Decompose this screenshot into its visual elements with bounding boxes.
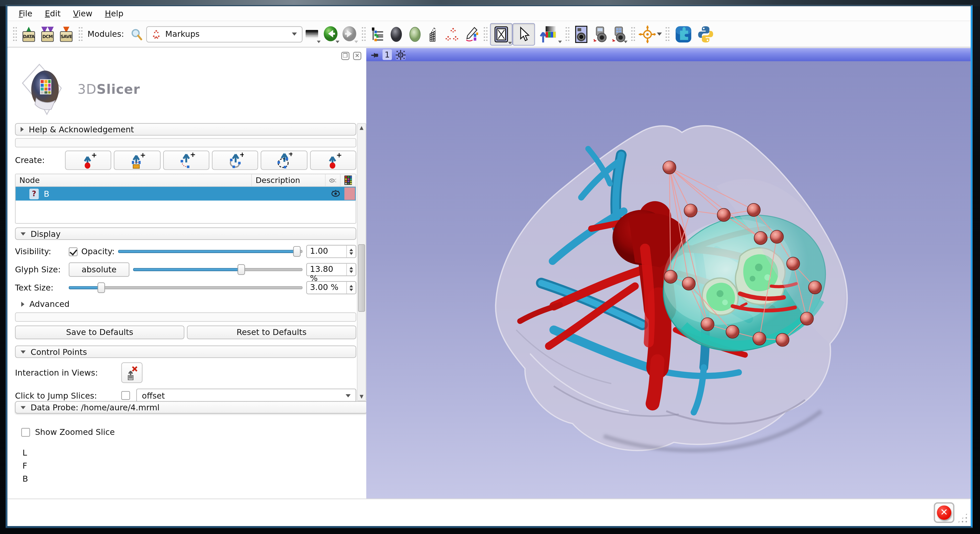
jump-mode-combobox[interactable]: offset: [136, 389, 356, 402]
text-size-slider[interactable]: [69, 282, 303, 293]
subject-hierarchy-button[interactable]: [368, 24, 387, 44]
markup-control-point[interactable]: [808, 281, 821, 294]
toolbar-grip[interactable]: [565, 26, 570, 42]
markup-control-point[interactable]: [786, 257, 800, 270]
text-size-spinbox[interactable]: 3.00 %: [306, 281, 356, 294]
jump-slices-checkbox[interactable]: [121, 391, 130, 400]
glyph-size-mode-button[interactable]: absolute: [69, 262, 129, 277]
load-data-button[interactable]: ▲DATA: [19, 24, 38, 44]
extensions-manager-button[interactable]: [672, 24, 695, 44]
panel-scrollbar[interactable]: ▲ ▼: [357, 123, 366, 401]
spin-arrows-icon[interactable]: [346, 282, 356, 294]
slider-handle[interactable]: [98, 282, 105, 293]
spin-arrows-icon[interactable]: [346, 264, 356, 275]
toolbar-grip[interactable]: [631, 26, 635, 42]
markups-toolbar-button[interactable]: [444, 24, 462, 44]
volume-rendering-button[interactable]: [387, 24, 406, 44]
column-color[interactable]: [341, 174, 356, 186]
markup-control-point[interactable]: [684, 204, 697, 217]
markup-control-point[interactable]: [717, 208, 730, 221]
create-closed-curve-button[interactable]: +: [261, 151, 307, 170]
markup-control-point[interactable]: [753, 332, 766, 345]
module-selector-combobox[interactable]: Markups: [146, 26, 303, 42]
create-line-button[interactable]: +: [114, 151, 161, 170]
markup-control-point[interactable]: [754, 232, 767, 245]
module-history-button[interactable]: [303, 24, 321, 44]
history-back-button[interactable]: [321, 24, 340, 44]
save-to-defaults-button[interactable]: Save to Defaults: [15, 326, 185, 339]
data-probe-section[interactable]: Data Probe: /home/aure/4.mrml: [15, 401, 366, 414]
markup-control-point[interactable]: [663, 161, 676, 174]
scroll-up-icon[interactable]: ▲: [358, 125, 366, 130]
annotation-pen-button[interactable]: [462, 24, 481, 44]
mouse-interaction-button[interactable]: [513, 23, 535, 45]
create-point-button[interactable]: +: [65, 151, 111, 170]
menu-view[interactable]: View: [68, 7, 97, 19]
display-section[interactable]: Display: [15, 227, 356, 240]
markup-control-point[interactable]: [770, 230, 783, 243]
interaction-handles-button[interactable]: [121, 362, 142, 383]
markup-control-point[interactable]: [747, 203, 760, 216]
markup-control-point[interactable]: [776, 334, 789, 346]
toolbar-grip[interactable]: [78, 26, 83, 42]
python-console-button[interactable]: [695, 24, 717, 44]
visibility-checkbox[interactable]: [69, 247, 78, 256]
threed-viewport[interactable]: 1: [366, 48, 971, 499]
view-center-crosshair-icon[interactable]: [396, 49, 406, 60]
scene-view-save-button[interactable]: [591, 24, 609, 44]
module-search-button[interactable]: [128, 24, 146, 44]
menu-edit[interactable]: Edit: [40, 7, 66, 19]
slider-handle[interactable]: [293, 246, 301, 257]
crosshair-button[interactable]: [638, 24, 663, 44]
markup-control-point[interactable]: [664, 270, 677, 283]
create-plane-button[interactable]: +: [310, 151, 356, 170]
opacity-spinbox[interactable]: 1.00: [306, 245, 356, 258]
create-angle-button[interactable]: +: [163, 151, 209, 170]
toolbar-grip[interactable]: [13, 26, 17, 42]
visibility-eye-icon[interactable]: [331, 190, 341, 197]
help-acknowledgement-section[interactable]: Help & Acknowledgement: [15, 123, 356, 136]
panel-undock-button[interactable]: ❐: [341, 52, 349, 60]
scene-view-restore-button[interactable]: [609, 24, 628, 44]
control-points-section[interactable]: Control Points: [15, 345, 356, 358]
pin-icon[interactable]: [370, 50, 379, 59]
history-forward-button[interactable]: [340, 24, 359, 44]
markup-control-point[interactable]: [726, 325, 739, 338]
node-color-swatch[interactable]: [344, 188, 355, 200]
window-level-adjust-button[interactable]: [535, 24, 563, 44]
markup-control-point[interactable]: [682, 277, 695, 290]
layout-selector-button[interactable]: [490, 23, 513, 45]
markup-control-point[interactable]: [800, 312, 813, 325]
resize-grip[interactable]: [957, 512, 968, 523]
spin-arrows-icon[interactable]: [346, 246, 356, 257]
opacity-slider[interactable]: [118, 246, 302, 257]
glyph-size-spinbox[interactable]: 13.80 %: [306, 263, 356, 276]
toolbar-grip[interactable]: [484, 26, 488, 42]
reset-to-defaults-button[interactable]: Reset to Defaults: [187, 326, 356, 339]
column-visibility[interactable]: [326, 174, 341, 186]
column-description[interactable]: Description: [252, 174, 326, 186]
column-node[interactable]: Node: [16, 174, 252, 186]
mesh-module-button[interactable]: [425, 24, 443, 44]
markup-control-point[interactable]: [701, 318, 714, 331]
node-row-selected[interactable]: ? B: [16, 187, 356, 200]
scrollbar-thumb[interactable]: [358, 244, 365, 312]
create-open-curve-button[interactable]: +: [212, 151, 258, 170]
slider-handle[interactable]: [238, 264, 245, 275]
menu-file[interactable]: File: [14, 7, 37, 19]
advanced-section[interactable]: Advanced: [21, 299, 356, 308]
glyph-size-slider[interactable]: [133, 264, 303, 275]
error-log-button[interactable]: [934, 502, 955, 523]
toolbar-grip[interactable]: [361, 26, 366, 42]
load-dicom-button[interactable]: ▼▼DCM: [38, 24, 57, 44]
save-button[interactable]: ▼SAVE: [57, 24, 76, 44]
models-module-button[interactable]: [406, 24, 425, 44]
menu-help[interactable]: Help: [100, 7, 129, 19]
scroll-down-icon[interactable]: ▼: [358, 394, 366, 399]
view-label-tab[interactable]: 1: [382, 49, 392, 60]
show-zoomed-slice-checkbox[interactable]: [21, 428, 30, 436]
toolbar-grip[interactable]: [665, 26, 670, 42]
screenshot-button[interactable]: [572, 24, 591, 44]
panel-close-button[interactable]: ✕: [353, 52, 361, 60]
scene-3d[interactable]: [366, 61, 971, 499]
